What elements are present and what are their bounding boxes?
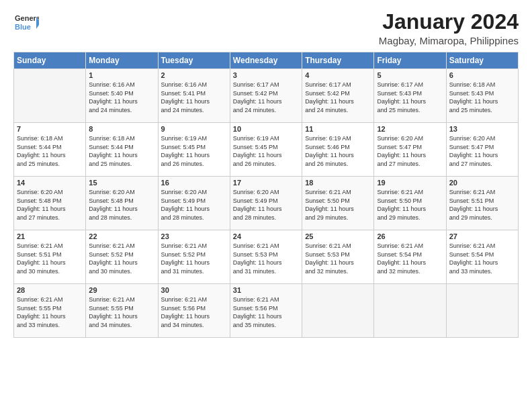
svg-text:Blue: Blue <box>15 23 31 31</box>
day-number: 25 <box>305 232 371 240</box>
calendar-cell: 24Sunrise: 6:21 AMSunset: 5:53 PMDayligh… <box>230 230 302 284</box>
calendar-cell: 17Sunrise: 6:20 AMSunset: 5:49 PMDayligh… <box>230 177 302 230</box>
calendar-week-row: 1Sunrise: 6:16 AMSunset: 5:40 PMDaylight… <box>14 69 519 123</box>
calendar-header-saturday: Saturday <box>446 52 518 69</box>
day-info: Sunrise: 6:20 AMSunset: 5:47 PMDaylight:… <box>377 134 443 168</box>
day-number: 6 <box>449 71 515 79</box>
calendar-cell: 31Sunrise: 6:21 AMSunset: 5:56 PMDayligh… <box>230 284 302 338</box>
calendar-cell: 11Sunrise: 6:19 AMSunset: 5:46 PMDayligh… <box>302 123 374 177</box>
day-info: Sunrise: 6:21 AMSunset: 5:55 PMDaylight:… <box>89 295 154 329</box>
calendar-cell: 8Sunrise: 6:18 AMSunset: 5:44 PMDaylight… <box>86 123 158 177</box>
day-info: Sunrise: 6:19 AMSunset: 5:45 PMDaylight:… <box>161 134 227 168</box>
calendar-header-sunday: Sunday <box>14 52 86 69</box>
calendar-cell: 12Sunrise: 6:20 AMSunset: 5:47 PMDayligh… <box>374 123 446 177</box>
day-info: Sunrise: 6:19 AMSunset: 5:46 PMDaylight:… <box>305 134 371 168</box>
day-number: 9 <box>161 125 227 133</box>
day-info: Sunrise: 6:16 AMSunset: 5:40 PMDaylight:… <box>89 81 154 114</box>
day-number: 4 <box>305 71 371 79</box>
day-info: Sunrise: 6:21 AMSunset: 5:53 PMDaylight:… <box>233 242 299 275</box>
calendar-cell <box>374 284 446 338</box>
calendar-cell: 21Sunrise: 6:21 AMSunset: 5:51 PMDayligh… <box>14 230 86 284</box>
calendar-cell: 14Sunrise: 6:20 AMSunset: 5:48 PMDayligh… <box>14 177 86 230</box>
day-info: Sunrise: 6:21 AMSunset: 5:50 PMDaylight:… <box>305 188 371 222</box>
day-info: Sunrise: 6:21 AMSunset: 5:54 PMDaylight:… <box>377 242 443 275</box>
day-number: 13 <box>449 125 515 133</box>
day-number: 26 <box>377 232 443 240</box>
day-info: Sunrise: 6:18 AMSunset: 5:44 PMDaylight:… <box>17 134 83 168</box>
day-number: 5 <box>377 71 443 79</box>
calendar-cell: 4Sunrise: 6:17 AMSunset: 5:42 PMDaylight… <box>302 69 374 123</box>
day-info: Sunrise: 6:20 AMSunset: 5:48 PMDaylight:… <box>89 188 154 222</box>
day-number: 16 <box>161 179 227 187</box>
day-number: 21 <box>17 232 83 240</box>
day-info: Sunrise: 6:21 AMSunset: 5:56 PMDaylight:… <box>161 295 227 329</box>
calendar-header-thursday: Thursday <box>302 52 374 69</box>
day-info: Sunrise: 6:18 AMSunset: 5:43 PMDaylight:… <box>449 81 515 114</box>
logo-svg: General Blue <box>13 10 39 36</box>
calendar-week-row: 28Sunrise: 6:21 AMSunset: 5:55 PMDayligh… <box>14 284 519 338</box>
calendar-cell: 13Sunrise: 6:20 AMSunset: 5:47 PMDayligh… <box>446 123 518 177</box>
calendar-header-row: SundayMondayTuesdayWednesdayThursdayFrid… <box>14 52 519 69</box>
day-number: 19 <box>377 179 443 187</box>
calendar-cell <box>446 284 518 338</box>
calendar-cell: 25Sunrise: 6:21 AMSunset: 5:53 PMDayligh… <box>302 230 374 284</box>
calendar-week-row: 14Sunrise: 6:20 AMSunset: 5:48 PMDayligh… <box>14 177 519 230</box>
day-info: Sunrise: 6:20 AMSunset: 5:48 PMDaylight:… <box>17 188 83 222</box>
subtitle: Magbay, Mimaropa, Philippines <box>379 35 519 46</box>
day-info: Sunrise: 6:21 AMSunset: 5:52 PMDaylight:… <box>89 242 154 275</box>
title-block: January 2024 Magbay, Mimaropa, Philippin… <box>379 10 519 46</box>
calendar-cell: 23Sunrise: 6:21 AMSunset: 5:52 PMDayligh… <box>158 230 230 284</box>
calendar-cell: 28Sunrise: 6:21 AMSunset: 5:55 PMDayligh… <box>14 284 86 338</box>
calendar-cell <box>302 284 374 338</box>
day-number: 27 <box>449 232 515 240</box>
calendar-cell: 26Sunrise: 6:21 AMSunset: 5:54 PMDayligh… <box>374 230 446 284</box>
page: General Blue January 2024 Magbay, Mimaro… <box>0 0 532 411</box>
day-info: Sunrise: 6:17 AMSunset: 5:42 PMDaylight:… <box>305 81 371 114</box>
calendar-cell: 22Sunrise: 6:21 AMSunset: 5:52 PMDayligh… <box>86 230 158 284</box>
day-number: 20 <box>449 179 515 187</box>
calendar-cell: 3Sunrise: 6:17 AMSunset: 5:42 PMDaylight… <box>230 69 302 123</box>
calendar-cell: 2Sunrise: 6:16 AMSunset: 5:41 PMDaylight… <box>158 69 230 123</box>
day-number: 23 <box>161 232 227 240</box>
calendar-cell: 27Sunrise: 6:21 AMSunset: 5:54 PMDayligh… <box>446 230 518 284</box>
calendar-cell: 18Sunrise: 6:21 AMSunset: 5:50 PMDayligh… <box>302 177 374 230</box>
day-number: 14 <box>17 179 83 187</box>
day-info: Sunrise: 6:16 AMSunset: 5:41 PMDaylight:… <box>161 81 227 114</box>
day-info: Sunrise: 6:21 AMSunset: 5:55 PMDaylight:… <box>17 295 83 329</box>
day-info: Sunrise: 6:19 AMSunset: 5:45 PMDaylight:… <box>233 134 299 168</box>
calendar-cell: 10Sunrise: 6:19 AMSunset: 5:45 PMDayligh… <box>230 123 302 177</box>
main-title: January 2024 <box>379 10 519 34</box>
day-info: Sunrise: 6:21 AMSunset: 5:54 PMDaylight:… <box>449 242 515 275</box>
day-number: 12 <box>377 125 443 133</box>
day-number: 15 <box>89 179 154 187</box>
day-info: Sunrise: 6:20 AMSunset: 5:49 PMDaylight:… <box>161 188 227 222</box>
day-info: Sunrise: 6:17 AMSunset: 5:42 PMDaylight:… <box>233 81 299 114</box>
day-number: 1 <box>89 71 154 79</box>
calendar-cell: 19Sunrise: 6:21 AMSunset: 5:50 PMDayligh… <box>374 177 446 230</box>
day-info: Sunrise: 6:21 AMSunset: 5:53 PMDaylight:… <box>305 242 371 275</box>
calendar-cell: 6Sunrise: 6:18 AMSunset: 5:43 PMDaylight… <box>446 69 518 123</box>
calendar-cell: 20Sunrise: 6:21 AMSunset: 5:51 PMDayligh… <box>446 177 518 230</box>
day-info: Sunrise: 6:21 AMSunset: 5:50 PMDaylight:… <box>377 188 443 222</box>
day-info: Sunrise: 6:20 AMSunset: 5:47 PMDaylight:… <box>449 134 515 168</box>
calendar-cell: 15Sunrise: 6:20 AMSunset: 5:48 PMDayligh… <box>86 177 158 230</box>
calendar-week-row: 7Sunrise: 6:18 AMSunset: 5:44 PMDaylight… <box>14 123 519 177</box>
svg-text:General: General <box>15 14 39 22</box>
day-number: 8 <box>89 125 154 133</box>
day-number: 22 <box>89 232 154 240</box>
calendar-header-friday: Friday <box>374 52 446 69</box>
calendar-table: SundayMondayTuesdayWednesdayThursdayFrid… <box>13 52 519 338</box>
calendar-cell: 1Sunrise: 6:16 AMSunset: 5:40 PMDaylight… <box>86 69 158 123</box>
calendar-header-wednesday: Wednesday <box>230 52 302 69</box>
calendar-cell: 16Sunrise: 6:20 AMSunset: 5:49 PMDayligh… <box>158 177 230 230</box>
day-info: Sunrise: 6:21 AMSunset: 5:51 PMDaylight:… <box>17 242 83 275</box>
calendar-header-monday: Monday <box>86 52 158 69</box>
day-number: 31 <box>233 286 299 294</box>
day-number: 10 <box>233 125 299 133</box>
day-number: 7 <box>17 125 83 133</box>
day-info: Sunrise: 6:20 AMSunset: 5:49 PMDaylight:… <box>233 188 299 222</box>
day-info: Sunrise: 6:21 AMSunset: 5:51 PMDaylight:… <box>449 188 515 222</box>
day-number: 3 <box>233 71 299 79</box>
calendar-cell: 9Sunrise: 6:19 AMSunset: 5:45 PMDaylight… <box>158 123 230 177</box>
day-number: 30 <box>161 286 227 294</box>
